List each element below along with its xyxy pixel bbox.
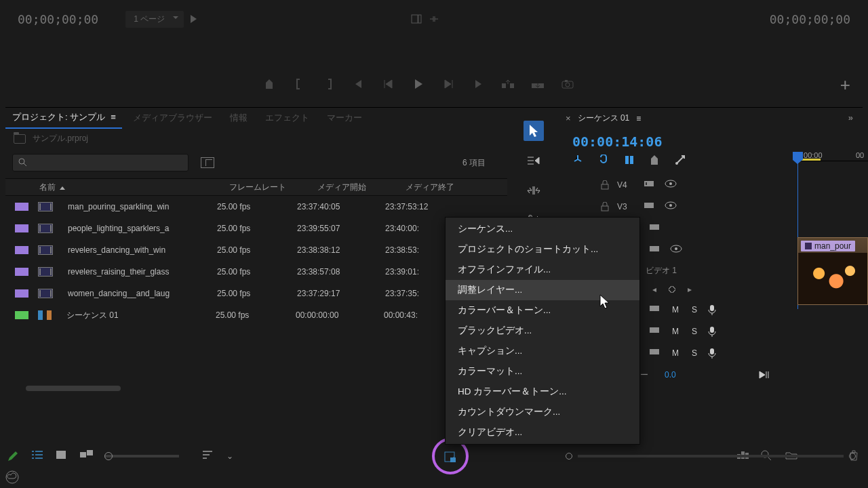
page-select[interactable]: 1 ページ <box>125 11 184 28</box>
menu-item[interactable]: プロジェクトのショートカット... <box>446 239 639 260</box>
toggle-output-icon[interactable] <box>650 348 662 359</box>
thumb-size-slider[interactable] <box>104 455 179 458</box>
project-row[interactable]: man_pouring_sparkling_win25.00 fps23:37:… <box>5 196 507 218</box>
zoom-slider[interactable] <box>578 455 844 458</box>
linked-selection-icon[interactable] <box>598 155 609 165</box>
extract-icon[interactable] <box>530 77 545 92</box>
mic-icon[interactable] <box>708 304 716 315</box>
playhead-icon[interactable] <box>793 152 803 160</box>
skip-end-icon[interactable] <box>759 371 770 379</box>
mute-button[interactable]: M <box>670 305 681 314</box>
add-keyframe-icon[interactable] <box>669 286 675 293</box>
goto-start-icon[interactable] <box>351 77 366 92</box>
solo-button[interactable]: S <box>689 348 700 358</box>
solo-button[interactable]: S <box>689 305 700 314</box>
close-icon[interactable]: × <box>566 113 571 123</box>
audio-master-value[interactable]: 0.0 <box>665 370 676 380</box>
toggle-output-icon[interactable] <box>644 180 656 190</box>
settings-icon[interactable] <box>674 154 686 166</box>
mark-in-icon[interactable] <box>262 77 277 92</box>
zoom-handle-left[interactable] <box>566 453 572 460</box>
project-row[interactable]: シーケンス 0125.00 fps00:00:00:0000:00:43: <box>5 304 507 326</box>
play-icon[interactable] <box>411 77 426 92</box>
step-fwd-icon[interactable] <box>441 77 456 92</box>
add-button-icon[interactable]: + <box>840 75 850 96</box>
toggle-output-icon[interactable] <box>650 326 662 337</box>
ripple-icon[interactable] <box>429 14 439 24</box>
next-keyframe-icon[interactable]: ▸ <box>688 285 692 294</box>
menu-item[interactable]: キャプション... <box>446 341 639 361</box>
find-in-bin-icon[interactable] <box>201 157 214 168</box>
menu-item[interactable]: シーケンス... <box>446 219 639 239</box>
eye-icon[interactable] <box>665 180 677 190</box>
project-row[interactable]: women_dancing__and_laug25.00 fps23:37:29… <box>5 283 507 304</box>
solo-button[interactable]: S <box>689 327 700 336</box>
chevron-down-icon[interactable]: ⌄ <box>226 451 233 461</box>
tab-effects[interactable]: エフェクト <box>258 108 316 128</box>
goto-end-icon[interactable] <box>471 77 486 92</box>
bracket-in-icon[interactable] <box>292 77 307 92</box>
menu-item[interactable]: HD カラーバー＆トーン... <box>446 382 639 402</box>
prev-keyframe-icon[interactable]: ◂ <box>652 285 656 294</box>
menu-item[interactable]: ブラックビデオ... <box>446 321 639 341</box>
pencil-icon[interactable] <box>7 450 19 462</box>
col-media-end[interactable]: メディア終了 <box>399 182 494 193</box>
menu-item[interactable]: カラーバー＆トーン... <box>446 300 639 321</box>
list-view-icon[interactable] <box>31 450 43 462</box>
label-swatch[interactable] <box>15 289 28 298</box>
mute-button[interactable]: M <box>670 327 681 336</box>
menu-item[interactable]: 調整レイヤー... <box>446 280 639 300</box>
label-swatch[interactable] <box>15 311 28 319</box>
track-v3[interactable]: V3 <box>560 196 868 218</box>
tab-media-browser[interactable]: メディアブラウザー <box>126 108 219 128</box>
creative-cloud-icon[interactable] <box>5 470 19 484</box>
menu-item[interactable]: オフラインファイル... <box>446 260 639 280</box>
label-swatch[interactable] <box>15 246 28 254</box>
label-swatch[interactable] <box>15 268 28 276</box>
menu-item[interactable]: クリアビデオ... <box>446 422 639 443</box>
toggle-output-icon[interactable] <box>650 223 662 234</box>
zoom-handle-right[interactable] <box>849 453 856 460</box>
toggle-output-icon[interactable] <box>650 245 662 256</box>
ripple-edit-tool-icon[interactable] <box>524 180 544 201</box>
toggle-output-icon[interactable] <box>644 201 656 212</box>
selection-tool-icon[interactable] <box>524 121 544 141</box>
snap-icon[interactable] <box>572 155 583 165</box>
mic-icon[interactable] <box>708 326 716 337</box>
play-icon[interactable] <box>191 15 197 23</box>
toggle-output-icon[interactable] <box>650 304 662 315</box>
new-item-button[interactable] <box>444 451 456 462</box>
panel-menu-icon[interactable]: ≡ <box>111 112 115 122</box>
project-row[interactable]: revelers_raising_their_glass25.00 fps23:… <box>5 261 507 283</box>
marker-icon[interactable] <box>650 155 659 165</box>
freeform-view-icon[interactable] <box>80 450 92 462</box>
eye-icon[interactable] <box>665 201 677 212</box>
project-row[interactable]: revelers_dancing_with_win25.00 fps23:38:… <box>5 239 507 261</box>
icon-view-icon[interactable] <box>56 450 68 462</box>
track-select-tool-icon[interactable] <box>524 150 544 171</box>
sequence-tab[interactable]: シーケンス 01 <box>578 113 630 124</box>
search-input[interactable] <box>12 154 189 171</box>
add-marker-icon[interactable] <box>624 155 635 165</box>
timeline-clip[interactable]: man_pour <box>797 237 868 305</box>
track-v4[interactable]: V4 <box>560 174 868 196</box>
tab-marker[interactable]: マーカー <box>320 108 369 128</box>
menu-item[interactable]: カラーマット... <box>446 361 639 382</box>
timecode-left[interactable]: 00;00;00;00 <box>18 12 98 26</box>
col-media-start[interactable]: メディア開始 <box>311 182 399 193</box>
bracket-out-icon[interactable] <box>321 77 336 92</box>
col-name[interactable]: 名前 <box>33 182 222 193</box>
assembly-icon[interactable] <box>411 14 422 24</box>
label-swatch[interactable] <box>15 224 28 232</box>
step-back-icon[interactable] <box>381 77 396 92</box>
h-scrollbar[interactable] <box>26 386 121 391</box>
menu-item[interactable]: カウントダウンマーク... <box>446 402 639 422</box>
mute-button[interactable]: M <box>670 348 681 358</box>
mic-icon[interactable] <box>708 348 716 359</box>
col-framerate[interactable]: フレームレート <box>222 182 311 193</box>
project-row[interactable]: people_lighting_sparklers_a25.00 fps23:3… <box>5 218 507 239</box>
lock-icon[interactable] <box>601 180 609 190</box>
tab-project[interactable]: プロジェクト: サンプル≡ <box>5 107 122 129</box>
export-frame-icon[interactable] <box>560 77 575 92</box>
eye-icon[interactable] <box>670 245 682 256</box>
